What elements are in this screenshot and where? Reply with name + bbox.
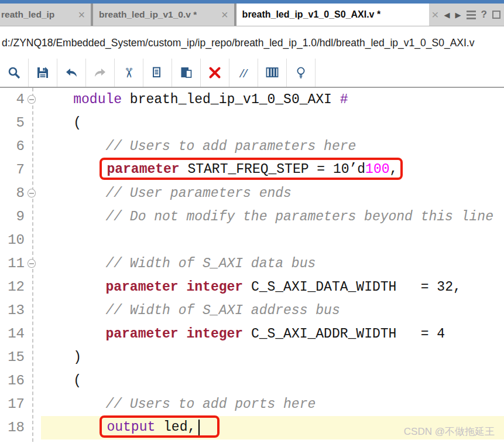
delete-icon[interactable] bbox=[201, 59, 229, 87]
code-line-11[interactable]: // Width of S_AXI data bus bbox=[41, 252, 504, 275]
code-line-17[interactable]: // Users to add ports here bbox=[41, 393, 504, 416]
code-token bbox=[179, 280, 187, 295]
line-number: 12 bbox=[0, 275, 25, 299]
tab-breath-led-ip-v1-0-s0-axi[interactable]: breath_led_ip_v1_0_S0_AXI.v * bbox=[236, 4, 430, 26]
code-line-8[interactable]: // User parameters ends bbox=[41, 182, 504, 205]
red-annotation-box: output led, bbox=[100, 415, 220, 438]
code-token: ) bbox=[73, 350, 81, 365]
code-token: integer bbox=[186, 280, 243, 295]
gutter-row: 11 bbox=[0, 252, 41, 275]
tab-breath-led-ip-v1-0[interactable]: breath_led_ip_v1_0.v * × bbox=[93, 4, 236, 26]
code-fold-icon[interactable] bbox=[28, 189, 36, 197]
line-number: 11 bbox=[0, 252, 25, 275]
line-number: 10 bbox=[0, 229, 25, 252]
code-token: // Users to add ports here bbox=[105, 397, 316, 412]
code-lines[interactable]: module breath_led_ip_v1_0_S0_AXI # ( // … bbox=[41, 88, 504, 442]
gutter-row: 10 bbox=[0, 229, 41, 252]
code-token: C_S_AXI_ADDR_WIDTH = 4 bbox=[243, 326, 445, 342]
line-number: 17 bbox=[0, 393, 25, 416]
line-number: 13 bbox=[0, 299, 25, 322]
nav-forward-icon[interactable]: ▶ bbox=[455, 11, 461, 19]
code-token: C_S_AXI_DATA_WIDTH = 32, bbox=[243, 280, 461, 295]
code-token: led, bbox=[155, 420, 196, 435]
line-number: 9 bbox=[0, 205, 25, 229]
code-fold-icon[interactable] bbox=[28, 259, 36, 268]
columns-icon[interactable] bbox=[258, 59, 287, 87]
code-line-10[interactable] bbox=[41, 229, 504, 252]
code-token: ( bbox=[73, 115, 81, 131]
code-line-4[interactable]: module breath_led_ip_v1_0_S0_AXI # bbox=[41, 88, 504, 111]
cut-icon[interactable]: ✂ bbox=[115, 59, 143, 87]
code-line-16[interactable]: ( bbox=[41, 369, 504, 393]
code-token: integer bbox=[186, 326, 243, 342]
tab-nav-controls: × ◀ ▶ ? bbox=[429, 4, 504, 26]
code-token: ( bbox=[73, 373, 81, 389]
line-number: 7 bbox=[0, 158, 25, 182]
gutter-row: 14 bbox=[0, 322, 41, 346]
gutter-row: 9 bbox=[0, 205, 41, 229]
code-line-14[interactable]: parameter integer C_S_AXI_ADDR_WIDTH = 4 bbox=[41, 322, 504, 346]
line-number-gutter: 456789101112131415161718 bbox=[0, 88, 41, 442]
gutter-row: 15 bbox=[0, 346, 41, 369]
close-tab-icon[interactable]: × bbox=[220, 9, 229, 21]
search-icon[interactable] bbox=[0, 59, 29, 87]
line-number: 8 bbox=[0, 182, 25, 205]
code-token: module bbox=[73, 92, 122, 107]
line-number: 14 bbox=[0, 322, 25, 346]
lightbulb-icon[interactable] bbox=[287, 59, 316, 87]
csdn-watermark: CSDN @不做拖延王 bbox=[404, 425, 495, 438]
code-line-7[interactable]: parameter START_FREQ_STEP = 10’d100, bbox=[41, 158, 504, 182]
copy-icon[interactable] bbox=[143, 59, 172, 87]
gutter-row: 6 bbox=[0, 135, 41, 158]
gutter-row: 12 bbox=[0, 275, 41, 299]
code-line-15[interactable]: ) bbox=[41, 346, 504, 369]
code-token: // Width of S_AXI address bus bbox=[105, 303, 340, 318]
code-token: parameter bbox=[105, 326, 178, 342]
code-area[interactable]: 456789101112131415161718 module breath_l… bbox=[0, 88, 504, 442]
code-token: breath_led_ip_v1_0_S0_AXI bbox=[122, 92, 340, 107]
comment-icon[interactable]: // bbox=[229, 59, 258, 87]
line-number: 18 bbox=[0, 416, 25, 439]
code-token: // User parameters ends bbox=[105, 186, 291, 201]
redo-icon[interactable] bbox=[86, 59, 115, 87]
code-token: # bbox=[340, 92, 348, 107]
code-line-6[interactable]: // Users to add parameters here bbox=[41, 135, 504, 158]
editor-toolbar: ✂// bbox=[0, 59, 504, 88]
float-window-icon[interactable] bbox=[492, 11, 500, 19]
line-number: 16 bbox=[0, 369, 25, 393]
code-token: 100 bbox=[365, 162, 389, 177]
gutter-row: 8 bbox=[0, 182, 41, 205]
menu-icon[interactable] bbox=[467, 11, 476, 19]
line-number: 5 bbox=[0, 111, 25, 135]
code-line-13[interactable]: // Width of S_AXI address bus bbox=[41, 299, 504, 322]
code-token: parameter bbox=[107, 162, 179, 177]
gutter-row: 16 bbox=[0, 369, 41, 393]
paste-icon[interactable] bbox=[172, 59, 201, 87]
tab-bar: reath_led_ip × breath_led_ip_v1_0.v * × … bbox=[0, 0, 504, 26]
gutter-row: 17 bbox=[0, 393, 41, 416]
code-line-5[interactable]: ( bbox=[41, 111, 504, 135]
tabs-row: reath_led_ip × breath_led_ip_v1_0.v * × … bbox=[0, 4, 504, 26]
close-tab-icon[interactable]: × bbox=[77, 9, 86, 21]
code-token: parameter bbox=[105, 280, 178, 295]
code-line-9[interactable]: // Do not modify the parameters beyond t… bbox=[41, 205, 504, 229]
close-icon[interactable]: × bbox=[431, 8, 438, 22]
red-annotation-box: parameter START_FREQ_STEP = 10’d100, bbox=[100, 158, 403, 180]
file-path-bar: d:/ZYNQ18/Embedded_System/custom_ip/ip_r… bbox=[0, 26, 504, 59]
nav-back-icon[interactable]: ◀ bbox=[444, 11, 450, 19]
undo-icon[interactable] bbox=[57, 59, 86, 87]
code-token: // Do not modify the parameters beyond t… bbox=[105, 209, 493, 224]
code-editor-window: reath_led_ip × breath_led_ip_v1_0.v * × … bbox=[0, 0, 504, 443]
gutter-row: 4 bbox=[0, 88, 41, 111]
code-fold-icon[interactable] bbox=[28, 95, 36, 104]
code-token: // Users to add parameters here bbox=[105, 139, 356, 154]
tab-breath-led-ip[interactable]: reath_led_ip × bbox=[0, 4, 93, 26]
save-icon[interactable] bbox=[29, 59, 57, 87]
line-number: 6 bbox=[0, 135, 25, 158]
code-line-12[interactable]: parameter integer C_S_AXI_DATA_WIDTH = 3… bbox=[41, 275, 504, 299]
help-icon[interactable]: ? bbox=[481, 9, 487, 21]
gutter-row: 5 bbox=[0, 111, 41, 135]
text-cursor bbox=[198, 420, 200, 435]
line-number: 4 bbox=[0, 88, 25, 111]
code-token: output bbox=[107, 420, 155, 435]
